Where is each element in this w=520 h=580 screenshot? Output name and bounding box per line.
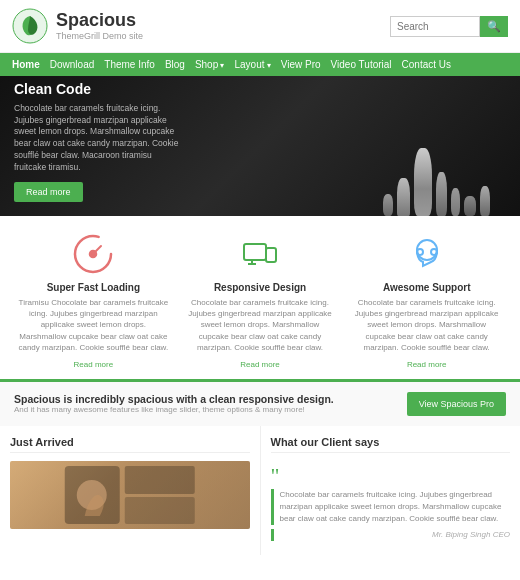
just-arrived-title: Just Arrived [10, 436, 250, 453]
svg-point-10 [431, 249, 437, 255]
hero-title: Clean Code [14, 81, 186, 97]
responsive-icon [238, 232, 282, 276]
promo-text: Spacious is incredibly spacious with a c… [14, 393, 334, 414]
search-input[interactable] [390, 16, 480, 37]
testimonial-author: Mr. Biping Singh CEO [271, 529, 511, 541]
nav-video-tutorial[interactable]: Video Tutorial [331, 59, 392, 70]
site-title: Spacious [56, 11, 143, 31]
promo-subtitle: And it has many awesome features like im… [14, 405, 334, 414]
feature-responsive-link[interactable]: Read more [240, 360, 280, 369]
nav-download[interactable]: Download [50, 59, 94, 70]
logo-text: Spacious ThemeGrill Demo site [56, 11, 143, 41]
hero-content: Clean Code Chocolate bar caramels fruitc… [0, 76, 200, 216]
feature-speed-body: Tiramisu Chocolate bar caramels fruitcak… [18, 297, 169, 353]
feature-support-body: Chocolate bar caramels fruitcake icing. … [351, 297, 502, 353]
svg-rect-5 [266, 248, 276, 262]
feature-speed-title: Super Fast Loading [18, 282, 169, 293]
quote-open-icon: " [271, 465, 511, 487]
site-tagline: ThemeGrill Demo site [56, 31, 143, 41]
nav-blog[interactable]: Blog [165, 59, 185, 70]
support-icon [405, 232, 449, 276]
nav-contact-us[interactable]: Contact Us [402, 59, 451, 70]
feature-speed: Super Fast Loading Tiramisu Chocolate ba… [10, 232, 177, 369]
bottom-section: Just Arrived What our Client says " Choc… [0, 426, 520, 555]
promo-title: Spacious is incredibly spacious with a c… [14, 393, 334, 405]
hero-decoration [383, 148, 490, 216]
search-bar[interactable]: 🔍 [390, 16, 508, 37]
promo-banner: Spacious is incredibly spacious with a c… [0, 379, 520, 426]
hero-section: Clean Code Chocolate bar caramels fruitc… [0, 76, 520, 216]
svg-rect-13 [125, 497, 195, 524]
speed-icon [71, 232, 115, 276]
nav-view-pro[interactable]: View Pro [281, 59, 321, 70]
logo-icon [12, 8, 48, 44]
testimonial-title: What our Client says [271, 436, 511, 453]
testimonial-quote: Chocolate bar caramels fruitcake icing. … [271, 489, 511, 525]
hero-body: Chocolate bar caramels fruitcake icing. … [14, 103, 186, 174]
logo-area: Spacious ThemeGrill Demo site [12, 8, 143, 44]
svg-point-9 [417, 249, 423, 255]
svg-rect-4 [244, 244, 266, 260]
main-nav: Home Download Theme Info Blog Shop Layou… [0, 53, 520, 76]
testimonial-content: " Chocolate bar caramels fruitcake icing… [271, 461, 511, 545]
just-arrived-thumbnail [10, 461, 250, 529]
feature-support-title: Awesome Support [351, 282, 502, 293]
hero-cta-button[interactable]: Read more [14, 182, 83, 202]
search-button[interactable]: 🔍 [480, 16, 508, 37]
testimonial-section: What our Client says " Chocolate bar car… [261, 426, 521, 555]
feature-support: Awesome Support Chocolate bar caramels f… [343, 232, 510, 369]
feature-responsive-body: Chocolate bar caramels fruitcake icing. … [185, 297, 336, 353]
nav-home[interactable]: Home [12, 59, 40, 70]
nav-theme-info[interactable]: Theme Info [104, 59, 155, 70]
feature-support-link[interactable]: Read more [407, 360, 447, 369]
site-header: Spacious ThemeGrill Demo site 🔍 [0, 0, 520, 53]
just-arrived-section: Just Arrived [0, 426, 261, 555]
feature-speed-link[interactable]: Read more [74, 360, 114, 369]
feature-responsive-title: Responsive Design [185, 282, 336, 293]
feature-responsive: Responsive Design Chocolate bar caramels… [177, 232, 344, 369]
nav-shop[interactable]: Shop [195, 59, 225, 70]
features-section: Super Fast Loading Tiramisu Chocolate ba… [0, 216, 520, 379]
promo-cta-button[interactable]: View Spacious Pro [407, 392, 506, 416]
nav-layout[interactable]: Layout [234, 59, 270, 70]
svg-rect-12 [125, 466, 195, 494]
